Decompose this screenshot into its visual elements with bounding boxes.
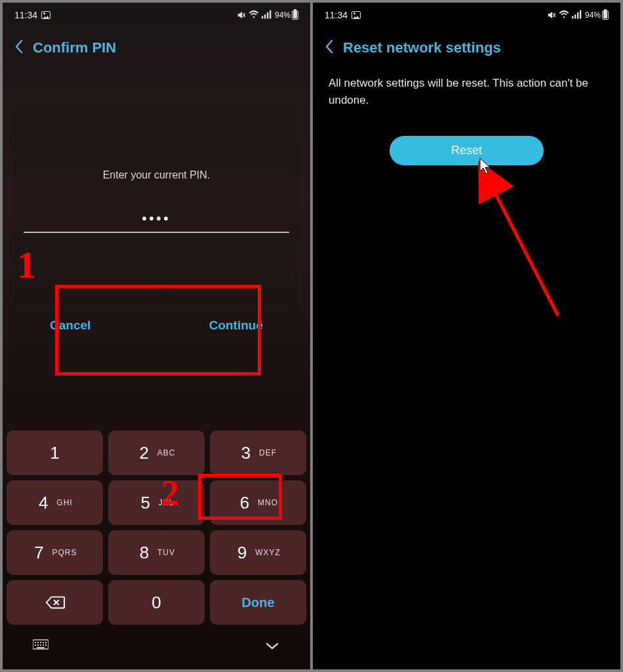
annotation-1: 1 bbox=[17, 243, 36, 287]
svg-rect-9 bbox=[35, 642, 36, 643]
svg-rect-13 bbox=[45, 642, 47, 643]
status-bar: 11:34 94% bbox=[3, 3, 310, 24]
description-text: All network settings will be reset. This… bbox=[329, 75, 605, 108]
wifi-icon bbox=[559, 10, 569, 21]
keypad-key-1[interactable]: 1 bbox=[7, 430, 103, 475]
header: Confirm PIN bbox=[3, 24, 310, 66]
svg-rect-23 bbox=[574, 14, 576, 18]
keypad-key-0[interactable]: 0 bbox=[108, 580, 205, 625]
mute-icon bbox=[547, 10, 556, 20]
svg-rect-24 bbox=[577, 12, 578, 18]
svg-rect-25 bbox=[580, 10, 581, 18]
screenshot-icon bbox=[41, 11, 50, 19]
keypad-backspace[interactable] bbox=[7, 580, 103, 625]
svg-rect-15 bbox=[37, 644, 39, 646]
svg-rect-17 bbox=[43, 644, 44, 646]
back-icon[interactable] bbox=[325, 39, 334, 56]
reset-button[interactable]: Reset bbox=[390, 136, 544, 165]
svg-rect-11 bbox=[40, 642, 41, 643]
annotation-arrow bbox=[460, 158, 578, 329]
battery-icon bbox=[602, 10, 609, 20]
back-icon[interactable] bbox=[14, 39, 24, 56]
svg-rect-22 bbox=[572, 16, 573, 18]
svg-rect-19 bbox=[37, 647, 45, 648]
phone-right: 11:34 94% bbox=[313, 3, 620, 669]
svg-rect-3 bbox=[264, 14, 266, 18]
signal-icon bbox=[572, 10, 582, 21]
keypad-key-3[interactable]: 3DEF bbox=[210, 430, 306, 475]
svg-line-26 bbox=[487, 178, 558, 316]
svg-rect-12 bbox=[43, 642, 44, 643]
page-title: Confirm PIN bbox=[33, 39, 116, 56]
keypad: 12ABC3DEF4GHI5JKL6MNO7PQRS8TUV9WXYZ 0 Do… bbox=[3, 425, 310, 669]
pin-input[interactable]: •••• bbox=[24, 211, 289, 226]
signal-icon bbox=[262, 10, 272, 21]
status-time: 11:34 bbox=[325, 10, 348, 20]
svg-rect-10 bbox=[37, 642, 39, 643]
svg-rect-4 bbox=[267, 12, 268, 18]
keypad-key-7[interactable]: 7PQRS bbox=[7, 530, 103, 575]
screenshot-icon bbox=[352, 11, 361, 19]
keypad-key-8[interactable]: 8TUV bbox=[108, 530, 205, 575]
page-title: Reset network settings bbox=[343, 39, 501, 56]
pin-prompt: Enter your current PIN. bbox=[24, 169, 289, 181]
battery-icon bbox=[292, 10, 298, 20]
battery-text: 94% bbox=[585, 10, 601, 20]
header: Reset network settings bbox=[313, 24, 620, 66]
annotation-2: 2 bbox=[161, 472, 179, 513]
wifi-icon bbox=[249, 10, 259, 21]
status-bar: 11:34 94% bbox=[313, 3, 620, 24]
keyboard-switch-icon[interactable] bbox=[33, 639, 49, 655]
svg-rect-16 bbox=[40, 644, 41, 646]
keypad-key-5[interactable]: 5JKL bbox=[108, 480, 205, 525]
annotation-box-2 bbox=[198, 474, 282, 520]
mute-icon bbox=[237, 10, 246, 20]
svg-rect-5 bbox=[270, 10, 271, 18]
keypad-key-4[interactable]: 4GHI bbox=[7, 480, 103, 525]
svg-rect-2 bbox=[262, 16, 263, 18]
keypad-key-2[interactable]: 2ABC bbox=[108, 430, 205, 475]
cursor-icon bbox=[478, 157, 492, 178]
battery-text: 94% bbox=[275, 10, 291, 20]
annotation-box-1 bbox=[55, 285, 261, 375]
phone-left: 11:34 94% bbox=[3, 3, 310, 669]
svg-rect-18 bbox=[45, 644, 47, 646]
status-time: 11:34 bbox=[14, 10, 37, 20]
chevron-down-icon[interactable] bbox=[264, 639, 280, 655]
svg-rect-14 bbox=[35, 644, 36, 646]
keypad-done[interactable]: Done bbox=[210, 580, 306, 625]
keypad-key-9[interactable]: 9WXYZ bbox=[210, 530, 306, 575]
